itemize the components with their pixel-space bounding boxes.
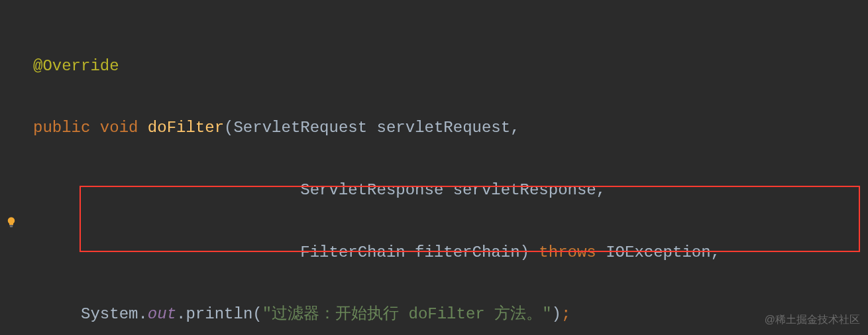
type: ServletRequest <box>233 119 367 137</box>
svg-rect-1 <box>10 226 13 227</box>
type: ServletResponse <box>300 181 443 199</box>
annotation: @Override <box>33 57 119 75</box>
paren-open: ( <box>224 119 233 137</box>
keyword-throws: throws <box>539 243 596 261</box>
code-line: @Override <box>33 51 868 82</box>
exception: IOException <box>606 243 710 261</box>
code-line: System.out.println("过滤器：开始执行 doFilter 方法… <box>33 299 868 330</box>
class-ref: System <box>81 305 138 323</box>
code-line: FilterChain filterChain) throws IOExcept… <box>33 237 868 269</box>
semicolon: ; <box>561 305 570 323</box>
param: servletRequest <box>377 119 511 137</box>
paren-open: ( <box>252 305 262 323</box>
static-field: out <box>148 305 176 323</box>
comma: , <box>596 181 606 199</box>
param: filterChain <box>415 243 519 261</box>
code-line: ServletResponse servletResponse, <box>33 175 868 206</box>
intention-bulb-icon[interactable] <box>5 216 17 228</box>
watermark: @稀土掘金技术社区 <box>765 309 860 330</box>
method-name: doFilter <box>148 119 224 137</box>
svg-rect-0 <box>10 226 13 226</box>
dot: . <box>138 305 147 323</box>
keyword-void: void <box>100 119 138 137</box>
comma: , <box>711 243 720 261</box>
code-editor[interactable]: @Override public void doFilter(ServletRe… <box>0 20 868 335</box>
paren-close: ) <box>552 305 561 323</box>
keyword-public: public <box>33 119 90 137</box>
code-line: public void doFilter(ServletRequest serv… <box>33 113 868 144</box>
type: FilterChain <box>300 243 405 261</box>
string-literal: "过滤器：开始执行 doFilter 方法。" <box>262 305 552 323</box>
comma: , <box>510 119 519 137</box>
param: servletResponse <box>453 181 596 199</box>
dot: . <box>176 305 186 323</box>
method-call: println <box>186 305 252 323</box>
paren-close: ) <box>520 243 529 261</box>
